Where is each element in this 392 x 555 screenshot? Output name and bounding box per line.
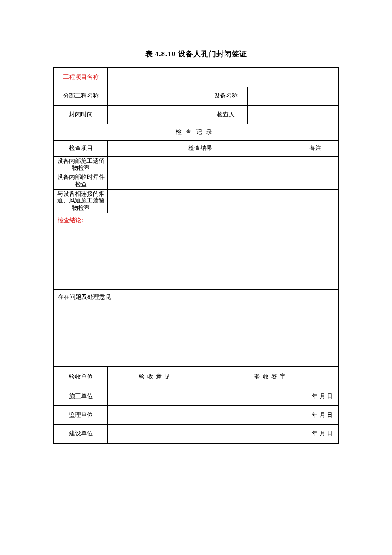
header-inspection-item: 检查项目	[54, 140, 108, 156]
label-supervision-unit: 监理单位	[54, 406, 108, 425]
field-equipment-name[interactable]	[247, 87, 338, 105]
header-acceptance-unit: 验收单位	[54, 367, 108, 387]
header-inspection-result: 检查结果	[108, 140, 293, 156]
row-item3-remark[interactable]	[293, 189, 338, 213]
label-inspector: 检查人	[205, 105, 247, 124]
row-item2-remark[interactable]	[293, 173, 338, 190]
row-item2-label: 设备内部临时焊件检查	[54, 173, 108, 190]
field-construction-opinion[interactable]	[108, 387, 205, 406]
row-item1-remark[interactable]	[293, 156, 338, 173]
label-closing-time: 封闭时间	[54, 105, 108, 124]
field-build-opinion[interactable]	[108, 425, 205, 443]
field-construction-signature[interactable]: 年 月 日	[205, 387, 338, 406]
field-build-signature[interactable]: 年 月 日	[205, 425, 338, 443]
label-conclusion: 检查结论:	[58, 217, 83, 223]
field-project-name[interactable]	[108, 68, 338, 87]
field-conclusion[interactable]: 检查结论:	[54, 213, 338, 290]
header-acceptance-signature: 验收签字	[205, 367, 338, 387]
label-construction-unit: 施工单位	[54, 387, 108, 406]
header-acceptance-opinion: 验收意见	[108, 367, 205, 387]
form-table: 工程项目名称 分部工程名称 设备名称 封闭时间 检查人 检查记录 检查项目 检查…	[53, 67, 339, 444]
row-item1-result[interactable]	[108, 156, 293, 173]
field-inspector[interactable]	[247, 105, 338, 124]
label-equipment-name: 设备名称	[205, 87, 247, 105]
row-item2-result[interactable]	[108, 173, 293, 190]
label-build-unit: 建设单位	[54, 425, 108, 443]
header-remark: 备注	[293, 140, 338, 156]
field-issues[interactable]: 存在问题及处理意见:	[54, 290, 338, 367]
row-item1-label: 设备内部施工遗留物检查	[54, 156, 108, 173]
label-sub-project-name: 分部工程名称	[54, 87, 108, 105]
label-project-name: 工程项目名称	[54, 68, 108, 87]
label-issues: 存在问题及处理意见:	[58, 294, 113, 300]
row-item3-label: 与设备相连接的烟道、风道施工遗留物检查	[54, 189, 108, 213]
field-supervision-signature[interactable]: 年 月 日	[205, 406, 338, 425]
field-sub-project-name[interactable]	[108, 87, 205, 105]
field-supervision-opinion[interactable]	[108, 406, 205, 425]
section-inspection-record: 检查记录	[54, 124, 338, 140]
field-closing-time[interactable]	[108, 105, 205, 124]
page-title: 表 4.8.10 设备人孔门封闭签证	[53, 49, 339, 59]
row-item3-result[interactable]	[108, 189, 293, 213]
